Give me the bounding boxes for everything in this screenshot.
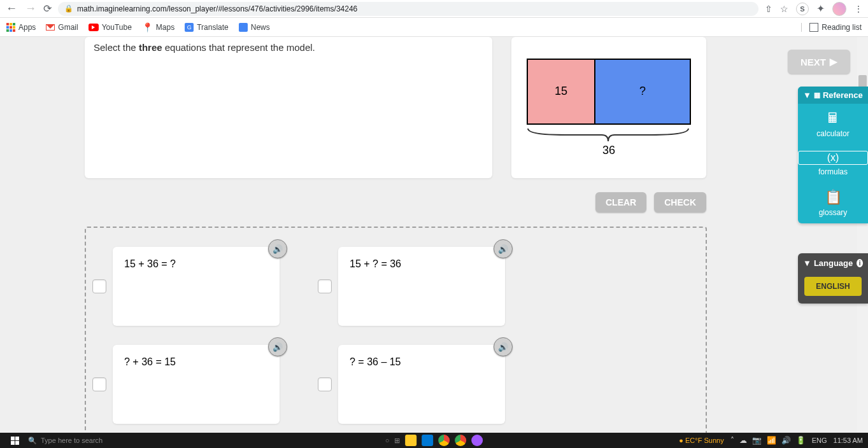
chevron-down-icon: ▼ [803,90,811,100]
chrome-canary-icon[interactable] [455,435,466,446]
youtube-bookmark[interactable]: YouTube [89,23,132,32]
brace-icon [527,127,690,143]
file-explorer-icon[interactable] [405,435,416,446]
system-tray: ● EC°F Sunny ˄ ☁ 📷 📶 🔊 🔋 ENG 11:53 AM [679,436,863,445]
formulas-icon: (x) [798,151,868,165]
option-card[interactable]: ? + 36 = 15 🔊 [113,345,280,424]
language-panel-header[interactable]: ▼ Language i [798,253,868,273]
play-icon: ▶ [830,56,837,67]
option-text: ? = 36 – 15 [350,356,401,367]
option-checkbox-1[interactable] [92,279,106,293]
options-container: 15 + 36 = ? 🔊 15 + ? = 36 🔊 ? + 36 = 15 [85,227,707,433]
bar-segment-left: 15 [528,60,595,123]
url-text: math.imaginelearning.com/lesson_player/#… [77,4,357,13]
bar-total-label: 36 [527,144,691,157]
reference-panel-header[interactable]: ▼ ▦ Reference [798,87,868,104]
reading-list-icon [809,23,818,32]
action-buttons-row: CLEAR CHECK [0,178,868,213]
forward-button[interactable]: → [24,2,37,15]
chevron-down-icon: ▼ [803,258,811,268]
youtube-icon [89,24,99,31]
reload-button[interactable]: ⟳ [43,3,52,15]
share-icon[interactable]: ⇧ [765,4,772,14]
info-icon[interactable]: i [857,259,863,267]
taskbar-pinned-apps: ○ ⊞ [385,435,483,446]
maps-pin-icon: 📍 [142,22,153,32]
option-item: ? + 36 = 15 🔊 [92,345,280,424]
windows-taskbar: 🔍 Type here to search ○ ⊞ ● EC°F Sunny ˄… [0,433,868,448]
messenger-icon[interactable] [471,435,483,446]
taskbar-search[interactable]: 🔍 Type here to search [28,437,103,445]
option-text: 15 + ? = 36 [350,258,401,269]
gmail-icon [46,24,55,31]
tray-chevron-icon[interactable]: ˄ [730,436,734,445]
news-bookmark[interactable]: News [239,23,270,32]
option-checkbox-4[interactable] [318,377,332,391]
chrome-icon[interactable] [438,435,450,446]
weather-widget[interactable]: ● EC°F Sunny [679,437,723,444]
cortana-icon[interactable]: ○ [385,437,390,444]
bookmark-star-icon[interactable]: ☆ [780,4,788,14]
back-button[interactable]: ← [5,2,18,15]
bar-segment-right: ? [595,60,690,123]
option-text: 15 + 36 = ? [124,258,176,269]
browser-navigation-bar: ← → ⟳ 🔒 math.imaginelearning.com/lesson_… [0,0,868,18]
speaker-icon[interactable]: 🔊 [494,337,513,356]
onedrive-icon[interactable]: ☁ [739,436,747,445]
menu-dots-icon[interactable]: ⋮ [854,4,863,14]
battery-icon[interactable]: 🔋 [796,436,806,445]
language-panel: ▼ Language i ENGLISH [798,253,868,304]
meet-now-icon[interactable]: 📷 [752,436,762,445]
profile-avatar[interactable] [832,2,846,16]
translate-bookmark[interactable]: G Translate [185,23,229,32]
maps-bookmark[interactable]: 📍 Maps [142,22,174,32]
start-button[interactable] [5,433,24,448]
option-item: 15 + ? = 36 🔊 [318,247,505,326]
option-text: ? + 36 = 15 [124,356,176,367]
page-content: Select the three equations that represen… [0,37,868,433]
speaker-icon[interactable]: 🔊 [268,239,287,258]
speaker-icon[interactable]: 🔊 [494,239,513,258]
extensions-icon[interactable]: ✦ [816,3,825,15]
option-card[interactable]: 15 + 36 = ? 🔊 [113,247,280,326]
glossary-icon: 📋 [798,189,868,206]
check-button[interactable]: CHECK [654,192,706,213]
option-card[interactable]: ? = 36 – 15 🔊 [338,345,505,424]
option-card[interactable]: 15 + ? = 36 🔊 [338,247,505,326]
translate-icon: G [185,23,194,32]
bookmarks-bar: Apps Gmail YouTube 📍 Maps G Translate Ne… [0,18,868,37]
apps-shortcut[interactable]: Apps [6,23,36,32]
bar-model: 15 ? 36 [527,59,691,157]
profile-badge[interactable]: S [796,3,809,15]
option-item: ? = 36 – 15 🔊 [318,345,505,424]
gmail-bookmark[interactable]: Gmail [46,23,78,32]
reference-panel: ▼ ▦ Reference 🖩 calculator (x) formulas … [798,87,868,223]
question-text: Select the three equations that represen… [94,42,483,53]
formulas-tool[interactable]: (x) formulas [798,144,868,183]
lock-icon: 🔒 [64,4,73,13]
glossary-tool[interactable]: 📋 glossary [798,183,868,223]
clear-button[interactable]: CLEAR [595,192,646,213]
next-button[interactable]: NEXT ▶ [788,50,850,74]
option-checkbox-3[interactable] [92,377,106,391]
calculator-icon: 🖩 [798,110,868,127]
windows-logo-icon [11,437,19,445]
language-english-button[interactable]: ENGLISH [804,277,862,296]
reading-list-button[interactable]: Reading list [801,23,862,32]
task-view-icon[interactable]: ⊞ [394,437,400,445]
news-icon [239,23,248,32]
wifi-icon[interactable]: 📶 [767,436,776,445]
clock[interactable]: 11:53 AM [834,437,863,444]
address-bar[interactable]: 🔒 math.imaginelearning.com/lesson_player… [58,2,758,16]
model-panel: 15 ? 36 [511,37,706,178]
language-indicator[interactable]: ENG [812,437,827,444]
speaker-icon[interactable]: 🔊 [268,337,287,356]
volume-icon[interactable]: 🔊 [781,436,791,445]
book-icon: ▦ [814,91,820,99]
option-checkbox-2[interactable] [318,279,332,293]
option-item: 15 + 36 = ? 🔊 [92,247,280,326]
store-icon[interactable] [422,435,433,446]
calculator-tool[interactable]: 🖩 calculator [798,104,868,144]
question-panel: Select the three equations that represen… [85,37,492,178]
toolbar-icons: ⇧ ☆ S ✦ ⋮ [765,2,863,16]
